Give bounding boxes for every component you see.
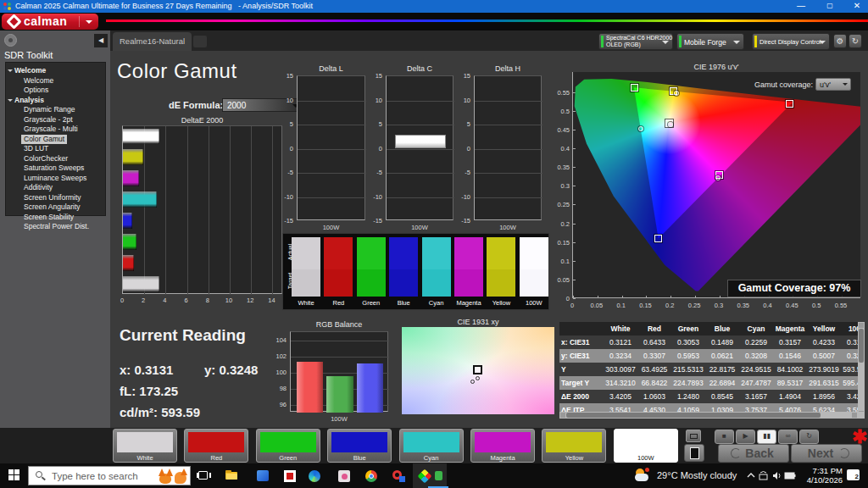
pattern-button-red[interactable]: Red xyxy=(184,429,248,463)
pattern-button-blue[interactable]: Blue xyxy=(327,429,392,463)
sidebar-item-colorchecker[interactable]: ColorChecker xyxy=(21,154,70,164)
file-explorer-button[interactable] xyxy=(225,469,239,483)
table-cell: 0.4233 xyxy=(807,336,841,349)
display-control-dropdown[interactable]: Direct Display Control xyxy=(752,33,830,50)
table-hscrollbar[interactable] xyxy=(559,412,865,419)
chevron-down-icon xyxy=(733,41,740,47)
gamut-coverage-dropdown-label: Gamut coverage: xyxy=(754,80,813,89)
source-dropdown[interactable]: Mobile Forge xyxy=(676,33,744,50)
sidebar-item-grayscale-multi[interactable]: Grayscale - Multi xyxy=(21,125,81,135)
meter-play-button[interactable]: ▶ xyxy=(736,430,755,444)
hscroll-left[interactable] xyxy=(560,413,565,418)
meter-continuous-button[interactable]: ∞ xyxy=(778,430,798,444)
cie1976-ytick: 0.05 xyxy=(554,276,570,284)
tab-realme16-natural[interactable]: Realme16-Natural xyxy=(113,32,192,51)
app-red-blue-button[interactable] xyxy=(392,469,406,483)
gamut-coverage-dropdown[interactable]: u'v' xyxy=(815,78,851,91)
deltae-bar-red xyxy=(123,255,134,271)
windows-taskbar: Type here to search 29°C Mostly cloudy xyxy=(0,463,868,488)
system-tray-icons[interactable] xyxy=(746,469,798,483)
pattern-button-magenta[interactable]: Magenta xyxy=(470,429,535,463)
table-vscrollbar[interactable] xyxy=(858,322,865,417)
table-header-100W: 100W xyxy=(841,322,858,336)
menu-button[interactable] xyxy=(4,34,17,47)
pattern-swatch xyxy=(117,432,173,452)
green-app-button[interactable] xyxy=(433,469,448,483)
cie1976-ytick: 0.3 xyxy=(554,182,570,190)
table-cell: 84.1002 xyxy=(773,363,807,376)
swatch-label: 100W xyxy=(517,299,551,307)
pattern-button-white[interactable]: White xyxy=(113,429,177,463)
hscroll-right[interactable] xyxy=(852,413,857,418)
gridline xyxy=(144,126,145,295)
sidebar-item-additivity[interactable]: Additivity xyxy=(21,183,55,193)
minimize-button[interactable]: — xyxy=(793,1,809,10)
sidebar-item-welcome[interactable]: Welcome xyxy=(21,76,56,86)
pattern-button-yellow[interactable]: Yellow xyxy=(542,429,606,463)
sidebar-item-screen-stability[interactable]: Screen Stability xyxy=(21,213,76,223)
sidebar-item-luminance-sweeps[interactable]: Luminance Sweeps xyxy=(21,174,89,184)
sidebar-item-color-gamut[interactable]: Color Gamut xyxy=(21,135,67,145)
meter-dropdown[interactable]: SpectraCal C6 HDR2000OLED (RGB) xyxy=(598,33,673,50)
calman-taskbar-button[interactable] xyxy=(418,469,432,483)
clock-time: 7:31 PM xyxy=(807,467,843,476)
sidebar-item-options[interactable]: Options xyxy=(21,86,51,96)
meter-pause-button[interactable]: ▮▮ xyxy=(757,430,776,444)
table-row-label: Y xyxy=(561,363,604,376)
monitor-icon xyxy=(690,434,698,439)
sidebar-item-grayscale-2pt[interactable]: Grayscale - 2pt xyxy=(21,115,75,125)
taskbar-clock[interactable]: 7:31 PM 4/10/2026 xyxy=(807,467,843,485)
chrome-button[interactable] xyxy=(364,469,379,483)
pattern-button-cyan[interactable]: Cyan xyxy=(399,429,464,463)
mail-button[interactable] xyxy=(256,469,270,483)
table-cell: 22.6894 xyxy=(705,376,739,390)
collapse-sidebar-button[interactable]: ◀ xyxy=(94,34,108,47)
cie1976-ytick: 0.4 xyxy=(554,145,570,152)
notification-center-button[interactable]: 2 xyxy=(847,469,860,480)
sidebar-item-screen-angularity[interactable]: Screen Angularity xyxy=(21,202,83,213)
pattern-window-button[interactable] xyxy=(686,430,701,442)
tab-stub[interactable] xyxy=(193,36,207,47)
vscroll-thumb[interactable] xyxy=(859,329,864,363)
red-app-button[interactable] xyxy=(283,469,298,483)
weather-widget[interactable]: 29°C Mostly cloudy xyxy=(634,466,744,485)
sidebar-item-3d-lut[interactable]: 3D LUT xyxy=(21,144,51,154)
sidebar-item-spectral-power-dist-[interactable]: Spectral Power Dist. xyxy=(21,222,92,232)
pattern-button-100w[interactable]: 100W xyxy=(614,429,678,463)
table-cell: 314.3210 xyxy=(604,376,637,390)
edge-button[interactable] xyxy=(308,469,322,483)
hscroll-thumb[interactable] xyxy=(566,413,821,418)
taskbar-search[interactable]: Type here to search xyxy=(28,466,191,485)
cie-target-marker-blue xyxy=(654,235,662,242)
refresh-button[interactable]: ↻ xyxy=(849,34,862,48)
vscroll-up[interactable] xyxy=(859,323,864,328)
sidebar-section-analysis[interactable]: Analysis xyxy=(14,96,44,106)
calman-menu-button[interactable]: calman xyxy=(2,14,98,30)
sidebar-item-dynamic-range[interactable]: Dynamic Range xyxy=(21,105,77,115)
meter-stop-button[interactable]: ■ xyxy=(715,430,734,444)
back-button[interactable]: Back xyxy=(718,444,789,463)
sidebar-section-welcome[interactable]: Welcome xyxy=(14,66,46,76)
sidebar-item-saturation-sweeps[interactable]: Saturation Sweeps xyxy=(21,164,86,174)
pattern-display-button[interactable] xyxy=(684,444,704,462)
sidebar-tree: WelcomeWelcomeOptionsAnalysisDynamic Ran… xyxy=(5,62,106,216)
photos-app-button[interactable] xyxy=(337,469,352,483)
meter-refresh-button[interactable]: ↻ xyxy=(799,430,819,444)
pattern-button-green[interactable]: Green xyxy=(256,429,320,463)
start-button[interactable] xyxy=(8,469,20,481)
pattern-label: Green xyxy=(257,454,320,462)
delta-l-ytick: 5 xyxy=(278,120,293,128)
delta-c-ytick: -15 xyxy=(367,217,382,225)
close-button[interactable]: ✕ xyxy=(849,1,865,10)
table-row-label: y: CIE31 xyxy=(561,349,604,363)
rgb-balance-ytick: 98 xyxy=(271,385,287,392)
task-view-button[interactable] xyxy=(197,469,211,483)
table-cell: 0.6433 xyxy=(637,336,671,349)
deltae-axis-tick: 12 xyxy=(246,297,254,304)
maximize-button[interactable]: ▢ xyxy=(822,2,837,9)
cie1976-xtick: 0.45 xyxy=(783,302,800,309)
sidebar-item-screen-uniformity[interactable]: Screen Uniformity xyxy=(21,193,84,203)
settings-gear-button[interactable]: ⚙ xyxy=(833,34,847,48)
deltae-chart-title: DeltaE 2000 xyxy=(122,116,282,125)
green-app-icon xyxy=(435,471,442,480)
